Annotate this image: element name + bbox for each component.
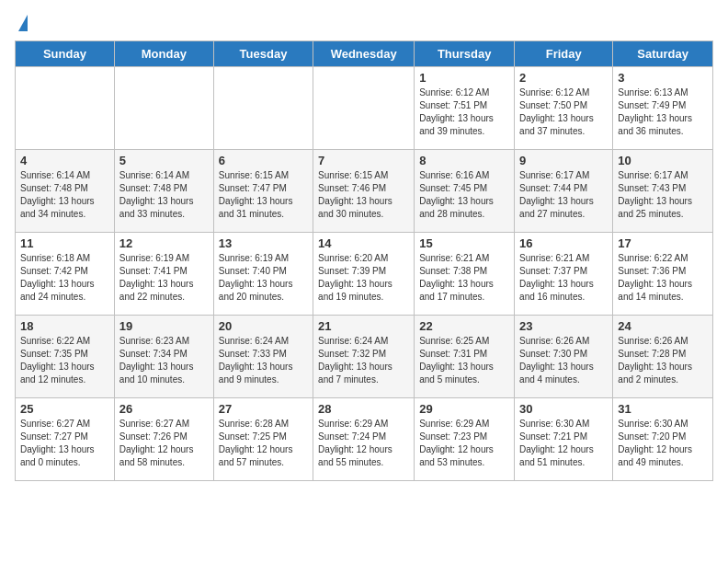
day-number: 16 xyxy=(519,236,608,250)
logo-triangle-icon xyxy=(18,15,28,31)
day-cell: 15Sunrise: 6:21 AMSunset: 7:38 PMDayligh… xyxy=(415,233,515,316)
day-info: Sunrise: 6:22 AMSunset: 7:36 PMDaylight:… xyxy=(618,252,708,304)
day-info: Sunrise: 6:28 AMSunset: 7:25 PMDaylight:… xyxy=(219,418,308,469)
day-info: Sunrise: 6:30 AMSunset: 7:21 PMDaylight:… xyxy=(519,418,608,469)
day-info: Sunrise: 6:13 AMSunset: 7:49 PMDaylight:… xyxy=(618,86,708,138)
day-cell: 10Sunrise: 6:17 AMSunset: 7:43 PMDayligh… xyxy=(613,150,713,233)
day-cell xyxy=(114,67,213,150)
day-info: Sunrise: 6:29 AMSunset: 7:23 PMDaylight:… xyxy=(419,418,509,469)
day-cell: 7Sunrise: 6:15 AMSunset: 7:46 PMDaylight… xyxy=(313,150,415,233)
day-cell: 20Sunrise: 6:24 AMSunset: 7:33 PMDayligh… xyxy=(213,316,313,398)
day-number: 20 xyxy=(219,319,308,333)
day-cell: 6Sunrise: 6:15 AMSunset: 7:47 PMDaylight… xyxy=(213,150,313,233)
day-cell: 28Sunrise: 6:29 AMSunset: 7:24 PMDayligh… xyxy=(313,398,415,481)
week-row-5: 25Sunrise: 6:27 AMSunset: 7:27 PMDayligh… xyxy=(16,398,713,481)
day-number: 7 xyxy=(318,154,409,167)
day-cell: 27Sunrise: 6:28 AMSunset: 7:25 PMDayligh… xyxy=(213,398,313,481)
day-cell: 22Sunrise: 6:25 AMSunset: 7:31 PMDayligh… xyxy=(415,316,515,398)
day-number: 19 xyxy=(119,319,209,333)
day-number: 25 xyxy=(20,402,109,416)
week-row-1: 1Sunrise: 6:12 AMSunset: 7:51 PMDaylight… xyxy=(16,67,713,150)
day-number: 6 xyxy=(219,154,308,167)
week-row-4: 18Sunrise: 6:22 AMSunset: 7:35 PMDayligh… xyxy=(16,316,713,398)
day-number: 26 xyxy=(119,402,209,416)
day-number: 28 xyxy=(318,402,409,416)
day-info: Sunrise: 6:30 AMSunset: 7:20 PMDaylight:… xyxy=(618,418,708,469)
day-number: 3 xyxy=(618,71,708,85)
page-header xyxy=(15,15,713,33)
logo xyxy=(15,15,28,33)
day-number: 30 xyxy=(519,402,608,416)
col-header-tuesday: Tuesday xyxy=(213,41,313,67)
day-number: 4 xyxy=(20,154,109,167)
day-number: 12 xyxy=(119,236,209,250)
day-cell: 13Sunrise: 6:19 AMSunset: 7:40 PMDayligh… xyxy=(213,233,313,316)
day-number: 23 xyxy=(519,319,608,333)
day-cell: 29Sunrise: 6:29 AMSunset: 7:23 PMDayligh… xyxy=(415,398,515,481)
day-number: 27 xyxy=(219,402,308,416)
day-cell: 4Sunrise: 6:14 AMSunset: 7:48 PMDaylight… xyxy=(16,150,115,233)
day-info: Sunrise: 6:24 AMSunset: 7:32 PMDaylight:… xyxy=(318,335,409,386)
day-number: 10 xyxy=(618,154,708,167)
day-number: 24 xyxy=(618,319,708,333)
day-number: 1 xyxy=(419,71,509,85)
day-cell: 2Sunrise: 6:12 AMSunset: 7:50 PMDaylight… xyxy=(515,67,613,150)
day-cell: 9Sunrise: 6:17 AMSunset: 7:44 PMDaylight… xyxy=(515,150,613,233)
day-info: Sunrise: 6:29 AMSunset: 7:24 PMDaylight:… xyxy=(318,418,409,469)
day-info: Sunrise: 6:22 AMSunset: 7:35 PMDaylight:… xyxy=(20,335,109,386)
day-info: Sunrise: 6:25 AMSunset: 7:31 PMDaylight:… xyxy=(419,335,509,386)
day-info: Sunrise: 6:16 AMSunset: 7:45 PMDaylight:… xyxy=(419,169,509,221)
week-row-3: 11Sunrise: 6:18 AMSunset: 7:42 PMDayligh… xyxy=(16,233,713,316)
day-info: Sunrise: 6:24 AMSunset: 7:33 PMDaylight:… xyxy=(219,335,308,386)
day-number: 5 xyxy=(119,154,209,167)
col-header-friday: Friday xyxy=(515,41,613,67)
day-cell: 8Sunrise: 6:16 AMSunset: 7:45 PMDaylight… xyxy=(415,150,515,233)
col-header-thursday: Thursday xyxy=(415,41,515,67)
day-info: Sunrise: 6:18 AMSunset: 7:42 PMDaylight:… xyxy=(20,252,109,304)
day-number: 29 xyxy=(419,402,509,416)
day-cell xyxy=(16,67,115,150)
day-info: Sunrise: 6:19 AMSunset: 7:40 PMDaylight:… xyxy=(219,252,308,304)
day-cell: 12Sunrise: 6:19 AMSunset: 7:41 PMDayligh… xyxy=(114,233,213,316)
day-cell: 21Sunrise: 6:24 AMSunset: 7:32 PMDayligh… xyxy=(313,316,415,398)
day-number: 31 xyxy=(618,402,708,416)
day-info: Sunrise: 6:27 AMSunset: 7:27 PMDaylight:… xyxy=(20,418,109,469)
col-header-saturday: Saturday xyxy=(613,41,713,67)
day-number: 22 xyxy=(419,319,509,333)
day-cell: 30Sunrise: 6:30 AMSunset: 7:21 PMDayligh… xyxy=(515,398,613,481)
day-info: Sunrise: 6:17 AMSunset: 7:43 PMDaylight:… xyxy=(618,169,708,221)
day-number: 11 xyxy=(20,236,109,250)
day-number: 9 xyxy=(519,154,608,167)
col-header-monday: Monday xyxy=(114,41,213,67)
day-cell: 24Sunrise: 6:26 AMSunset: 7:28 PMDayligh… xyxy=(613,316,713,398)
day-number: 15 xyxy=(419,236,509,250)
day-info: Sunrise: 6:19 AMSunset: 7:41 PMDaylight:… xyxy=(119,252,209,304)
day-info: Sunrise: 6:15 AMSunset: 7:46 PMDaylight:… xyxy=(318,169,409,221)
col-header-sunday: Sunday xyxy=(16,41,115,67)
day-cell: 25Sunrise: 6:27 AMSunset: 7:27 PMDayligh… xyxy=(16,398,115,481)
day-number: 2 xyxy=(519,71,608,85)
day-info: Sunrise: 6:14 AMSunset: 7:48 PMDaylight:… xyxy=(20,169,109,221)
week-row-2: 4Sunrise: 6:14 AMSunset: 7:48 PMDaylight… xyxy=(16,150,713,233)
day-cell xyxy=(313,67,415,150)
day-number: 13 xyxy=(219,236,308,250)
col-header-wednesday: Wednesday xyxy=(313,41,415,67)
day-cell: 19Sunrise: 6:23 AMSunset: 7:34 PMDayligh… xyxy=(114,316,213,398)
day-cell: 16Sunrise: 6:21 AMSunset: 7:37 PMDayligh… xyxy=(515,233,613,316)
day-cell: 18Sunrise: 6:22 AMSunset: 7:35 PMDayligh… xyxy=(16,316,115,398)
day-info: Sunrise: 6:14 AMSunset: 7:48 PMDaylight:… xyxy=(119,169,209,221)
day-cell: 5Sunrise: 6:14 AMSunset: 7:48 PMDaylight… xyxy=(114,150,213,233)
day-cell: 14Sunrise: 6:20 AMSunset: 7:39 PMDayligh… xyxy=(313,233,415,316)
calendar-table: SundayMondayTuesdayWednesdayThursdayFrid… xyxy=(15,40,713,481)
day-cell: 31Sunrise: 6:30 AMSunset: 7:20 PMDayligh… xyxy=(613,398,713,481)
day-info: Sunrise: 6:21 AMSunset: 7:38 PMDaylight:… xyxy=(419,252,509,304)
day-info: Sunrise: 6:23 AMSunset: 7:34 PMDaylight:… xyxy=(119,335,209,386)
day-info: Sunrise: 6:27 AMSunset: 7:26 PMDaylight:… xyxy=(119,418,209,469)
day-info: Sunrise: 6:15 AMSunset: 7:47 PMDaylight:… xyxy=(219,169,308,221)
day-info: Sunrise: 6:17 AMSunset: 7:44 PMDaylight:… xyxy=(519,169,608,221)
day-cell: 3Sunrise: 6:13 AMSunset: 7:49 PMDaylight… xyxy=(613,67,713,150)
day-info: Sunrise: 6:12 AMSunset: 7:51 PMDaylight:… xyxy=(419,86,509,138)
day-number: 8 xyxy=(419,154,509,167)
day-cell: 1Sunrise: 6:12 AMSunset: 7:51 PMDaylight… xyxy=(415,67,515,150)
day-number: 21 xyxy=(318,319,409,333)
